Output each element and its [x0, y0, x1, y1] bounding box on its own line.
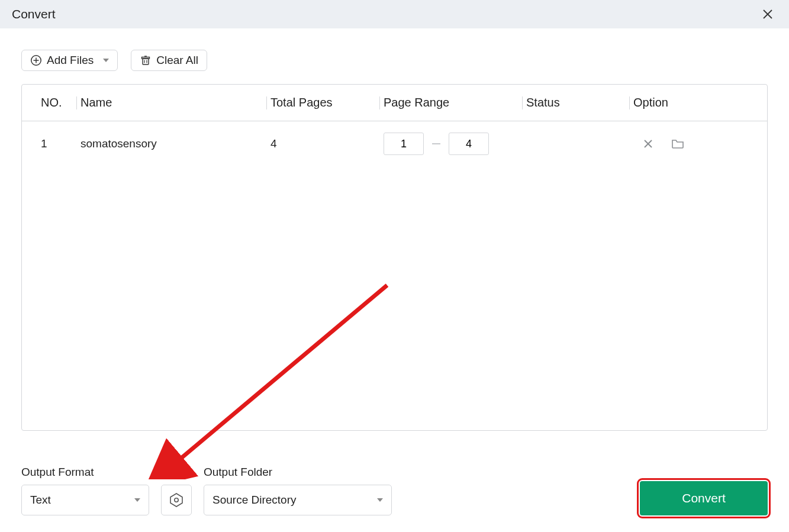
- content-area: Add Files Clear All NO. Name Total Pages…: [0, 28, 789, 532]
- range-dash: [432, 143, 440, 144]
- cell-total-pages: 4: [268, 137, 381, 150]
- title-bar: Convert: [0, 0, 789, 28]
- window-title: Convert: [12, 7, 56, 21]
- cell-name: somatosensory: [78, 137, 268, 150]
- close-button[interactable]: [758, 5, 777, 24]
- plus-circle-icon: [30, 54, 42, 66]
- row-option-icons: [633, 138, 754, 149]
- table-header: NO. Name Total Pages Page Range Status O…: [22, 85, 767, 121]
- column-separator: [76, 96, 77, 109]
- header-status: Status: [524, 96, 630, 109]
- convert-label: Convert: [682, 491, 726, 505]
- table-row: 1 somatosensory 4: [22, 121, 767, 166]
- add-files-label: Add Files: [47, 54, 94, 67]
- page-range-to-input[interactable]: [449, 133, 489, 155]
- folder-icon: [671, 138, 684, 149]
- toolbar: Add Files Clear All: [21, 50, 768, 71]
- header-page-range: Page Range: [381, 96, 523, 109]
- hexagon-settings-icon: [169, 492, 184, 508]
- svg-rect-6: [142, 57, 150, 59]
- clear-all-button[interactable]: Clear All: [131, 50, 207, 71]
- chevron-down-icon: [377, 498, 383, 502]
- files-table: NO. Name Total Pages Page Range Status O…: [21, 84, 768, 431]
- column-separator: [522, 96, 523, 109]
- clear-all-label: Clear All: [156, 54, 198, 67]
- bottom-bar: Output Format Text Output Folder Source …: [21, 466, 768, 515]
- x-icon: [643, 138, 653, 149]
- header-no: NO.: [35, 96, 78, 109]
- page-range-from-input[interactable]: [384, 133, 424, 155]
- cell-no: 1: [35, 137, 78, 150]
- chevron-down-icon: [134, 498, 140, 502]
- open-folder-button[interactable]: [671, 138, 684, 149]
- output-folder-label: Output Folder: [204, 466, 392, 479]
- output-folder-group: Output Folder Source Directory: [204, 466, 392, 515]
- output-format-value: Text: [30, 494, 51, 507]
- output-folder-select[interactable]: Source Directory: [204, 485, 392, 515]
- page-range-inputs: [384, 133, 523, 155]
- add-files-button[interactable]: Add Files: [21, 50, 118, 71]
- header-total-pages: Total Pages: [268, 96, 381, 109]
- column-separator: [266, 96, 267, 109]
- header-name: Name: [78, 96, 268, 109]
- output-settings-button[interactable]: [161, 485, 192, 515]
- close-icon: [762, 9, 773, 20]
- convert-button[interactable]: Convert: [640, 481, 768, 515]
- header-option: Option: [631, 96, 754, 109]
- svg-rect-5: [143, 59, 149, 65]
- column-separator: [379, 96, 380, 109]
- output-format-group: Output Format Text: [21, 466, 149, 515]
- output-format-select[interactable]: Text: [21, 485, 149, 515]
- chevron-down-icon: [103, 59, 109, 62]
- remove-row-button[interactable]: [643, 138, 653, 149]
- output-folder-value: Source Directory: [212, 494, 297, 507]
- svg-point-14: [175, 498, 178, 502]
- trash-icon: [140, 54, 152, 66]
- column-separator: [629, 96, 630, 109]
- svg-marker-13: [170, 494, 182, 507]
- output-format-label: Output Format: [21, 466, 149, 479]
